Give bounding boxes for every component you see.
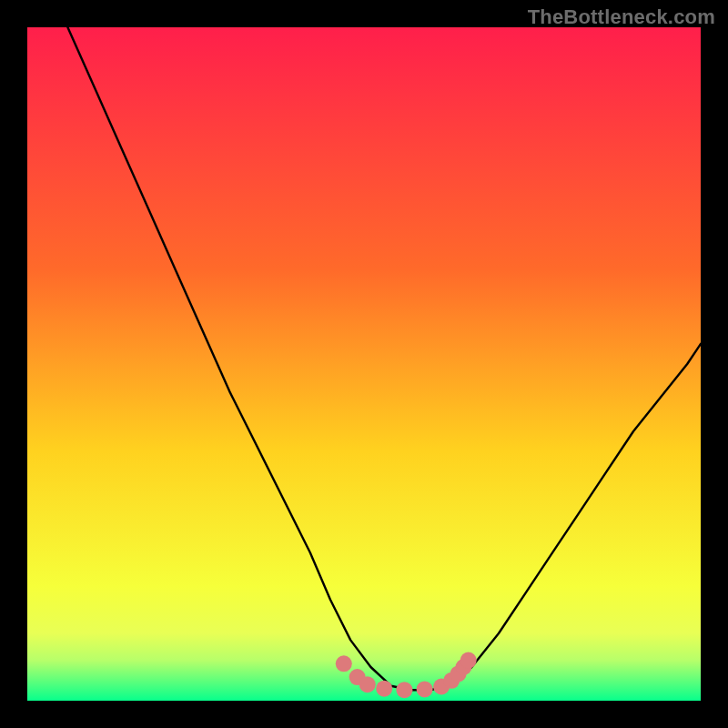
gradient-background xyxy=(27,27,701,701)
bottom-marker-dot xyxy=(359,676,376,693)
plot-area xyxy=(27,27,701,701)
bottom-marker-dot xyxy=(336,655,352,672)
bottom-marker-dot xyxy=(376,681,392,697)
chart-frame: TheBottleneck.com xyxy=(0,0,728,728)
chart-svg xyxy=(27,27,701,701)
bottom-marker-dot xyxy=(417,681,433,697)
bottom-marker-dot xyxy=(460,652,477,669)
bottom-marker-dot xyxy=(396,682,412,698)
watermark-text: TheBottleneck.com xyxy=(528,5,715,29)
